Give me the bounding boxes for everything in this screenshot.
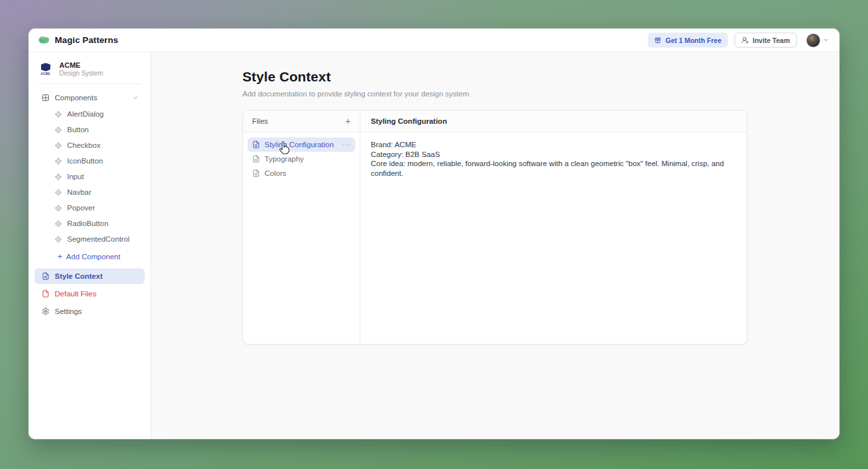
component-icon [55,142,62,149]
app-window: Magic Patterns Get 1 Month Free In [29,29,839,439]
acme-logo-icon: ACME [38,63,53,76]
sidebar-divider [38,83,141,84]
topbar-actions: Get 1 Month Free Invite Team [648,33,829,48]
file-item-styling-configuration[interactable]: Styling Configuration ··· [248,137,355,152]
card-body: Styling Configuration ··· Typography [243,132,747,344]
file-more-button[interactable]: ··· [341,141,351,149]
sidebar-item-radiobutton[interactable]: RadioButton [29,216,151,231]
sidebar-item-navbar[interactable]: Navbar [29,184,151,200]
topbar: Magic Patterns Get 1 Month Free In [29,29,839,52]
file-icon [42,290,50,298]
page-subtitle: Add documentation to provide styling con… [242,90,839,98]
page-title: Style Context [242,69,839,85]
files-list: Styling Configuration ··· Typography [243,132,360,344]
workspace-switcher[interactable]: ACME ACME Design System [29,59,151,83]
component-icon [55,205,62,212]
add-file-button[interactable]: + [345,117,351,126]
plus-icon: + [57,253,63,260]
invite-team-label: Invite Team [753,36,790,44]
content-line: Core idea: modern, reliable, forward-loo… [371,159,736,178]
sidebar-item-default-files[interactable]: Default Files [35,286,145,302]
sidebar-item-iconbutton[interactable]: IconButton [29,153,151,169]
style-context-card: Files + Styling Configuration Styling Co… [242,110,747,345]
main-content: Style Context Add documentation to provi… [151,52,839,439]
invite-team-button[interactable]: Invite Team [734,33,797,48]
sidebar: ACME ACME Design System Components [29,52,151,439]
user-menu[interactable] [806,33,829,48]
gear-icon [42,307,50,315]
sidebar-item-segmentedcontrol[interactable]: SegmentedControl [29,231,151,247]
files-header-label: Files [252,117,268,125]
file-content[interactable]: Brand: ACME Category: B2B SaaS Core idea… [360,132,747,344]
component-icon [55,111,62,118]
file-text-icon [252,141,260,149]
component-icon [55,220,62,227]
sidebar-item-button[interactable]: Button [29,122,151,137]
files-panel-header: Files + [243,111,360,132]
component-icon [55,126,62,134]
get-month-free-button[interactable]: Get 1 Month Free [648,33,728,48]
file-text-icon [252,155,260,163]
component-icon [55,173,62,180]
file-item-colors[interactable]: Colors [248,166,355,180]
component-icon [55,236,62,243]
user-plus-icon [742,36,749,44]
component-icon [55,158,62,165]
brand-name: Magic Patterns [55,35,118,45]
sidebar-item-input[interactable]: Input [29,169,151,184]
chevron-down-icon [823,37,829,43]
add-component-label: Add Component [66,253,121,261]
workspace-name: ACME [59,61,103,69]
content-line: Category: B2B SaaS [371,150,736,160]
detail-panel-header: Styling Configuration [360,111,747,132]
grid-icon [42,94,50,102]
file-text-icon [42,272,50,280]
workspace-subtitle: Design System [59,70,103,77]
sidebar-item-alertdialog[interactable]: AlertDialog [29,106,151,122]
sidebar-item-checkbox[interactable]: Checkbox [29,137,151,153]
desktop-background: { "brand": { "name": "Magic Patterns" },… [0,0,868,469]
component-icon [55,189,62,196]
get-month-free-label: Get 1 Month Free [665,36,721,44]
sidebar-item-style-context[interactable]: Style Context [35,268,145,284]
file-item-typography[interactable]: Typography [248,152,355,166]
file-text-icon [252,169,260,177]
sidebar-item-settings[interactable]: Settings [35,304,145,319]
sidebar-item-popover[interactable]: Popover [29,200,151,216]
brand-logo[interactable]: Magic Patterns [38,35,118,46]
components-list: AlertDialog Button Checkbox IconButton I… [29,106,151,247]
content-line: Brand: ACME [371,140,736,150]
add-component-button[interactable]: + Add Component [29,247,151,266]
components-section-label: Components [55,94,97,102]
card-header: Files + Styling Configuration [243,111,747,132]
chevron-down-icon [132,94,139,101]
magic-patterns-logo-icon [38,35,50,46]
gift-icon [654,36,661,44]
avatar [806,33,820,48]
components-section-toggle[interactable]: Components [29,89,151,106]
